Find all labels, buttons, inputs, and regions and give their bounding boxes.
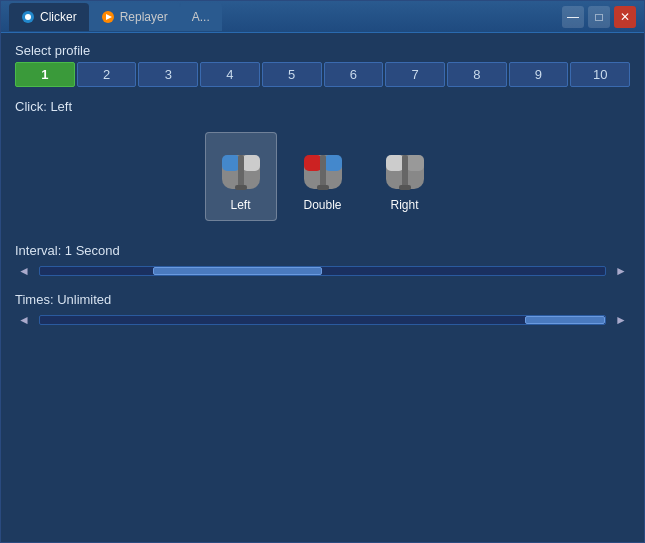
click-section: Click: Left Left <box>15 99 630 231</box>
click-left-label: Left <box>230 198 250 212</box>
svg-rect-13 <box>317 185 329 190</box>
profile-cell-5[interactable]: 5 <box>262 62 322 87</box>
interval-section: Interval: 1 Second ◄ ► <box>15 243 630 280</box>
profile-cell-7[interactable]: 7 <box>385 62 445 87</box>
profile-cell-6[interactable]: 6 <box>324 62 384 87</box>
times-right-arrow[interactable]: ► <box>612 313 630 327</box>
interval-label: Interval: 1 Second <box>15 243 630 258</box>
svg-rect-6 <box>242 155 260 171</box>
profile-grid: 1 2 3 4 5 6 7 8 9 10 <box>15 62 630 87</box>
profile-cell-8[interactable]: 8 <box>447 62 507 87</box>
times-label: Times: Unlimited <box>15 292 630 307</box>
profile-cell-1[interactable]: 1 <box>15 62 75 87</box>
interval-slider-thumb <box>153 267 323 275</box>
profile-section: Select profile 1 2 3 4 5 6 7 8 9 10 <box>15 43 630 87</box>
profile-cell-9[interactable]: 9 <box>509 62 569 87</box>
profile-cell-4[interactable]: 4 <box>200 62 260 87</box>
right-mouse-icon <box>384 141 426 193</box>
minimize-button[interactable]: — <box>562 6 584 28</box>
svg-rect-11 <box>324 155 342 171</box>
click-double-button[interactable]: Double <box>287 132 359 221</box>
svg-rect-17 <box>402 155 408 189</box>
svg-rect-10 <box>304 155 322 171</box>
title-bar: Clicker Replayer A... — □ ✕ <box>1 1 644 33</box>
svg-rect-12 <box>320 155 326 189</box>
times-left-arrow[interactable]: ◄ <box>15 313 33 327</box>
replayer-icon <box>101 10 115 24</box>
interval-slider-track[interactable] <box>39 266 606 276</box>
profile-label: Select profile <box>15 43 630 58</box>
profile-cell-10[interactable]: 10 <box>570 62 630 87</box>
window-controls: — □ ✕ <box>562 6 636 28</box>
clicker-icon <box>21 10 35 24</box>
tab-clicker[interactable]: Clicker <box>9 3 89 31</box>
times-section: Times: Unlimited ◄ ► <box>15 292 630 329</box>
double-mouse-icon <box>302 141 344 193</box>
svg-point-1 <box>25 14 31 20</box>
svg-rect-18 <box>399 185 411 190</box>
svg-rect-16 <box>406 155 424 171</box>
click-double-label: Double <box>303 198 341 212</box>
svg-rect-5 <box>222 155 240 171</box>
tab-clicker-label: Clicker <box>40 10 77 24</box>
tab-replayer[interactable]: Replayer <box>89 3 180 31</box>
interval-slider-row: ◄ ► <box>15 262 630 280</box>
tab-replayer-label: Replayer <box>120 10 168 24</box>
interval-left-arrow[interactable]: ◄ <box>15 264 33 278</box>
svg-rect-8 <box>235 185 247 190</box>
svg-rect-7 <box>238 155 244 189</box>
times-slider-track[interactable] <box>39 315 606 325</box>
svg-rect-15 <box>386 155 404 171</box>
click-right-button[interactable]: Right <box>369 132 441 221</box>
tab-extra[interactable]: A... <box>180 3 222 31</box>
maximize-button[interactable]: □ <box>588 6 610 28</box>
left-mouse-icon <box>220 141 262 193</box>
click-label: Click: Left <box>15 99 630 114</box>
times-slider-row: ◄ ► <box>15 311 630 329</box>
click-right-label: Right <box>390 198 418 212</box>
main-content: Select profile 1 2 3 4 5 6 7 8 9 10 Clic… <box>1 33 644 542</box>
times-slider-thumb <box>525 316 605 324</box>
profile-cell-2[interactable]: 2 <box>77 62 137 87</box>
app-window: Clicker Replayer A... — □ ✕ Select profi… <box>0 0 645 543</box>
interval-right-arrow[interactable]: ► <box>612 264 630 278</box>
click-buttons-group: Left Double <box>15 122 630 231</box>
profile-cell-3[interactable]: 3 <box>138 62 198 87</box>
tab-extra-label: A... <box>192 10 210 24</box>
click-left-button[interactable]: Left <box>205 132 277 221</box>
close-button[interactable]: ✕ <box>614 6 636 28</box>
